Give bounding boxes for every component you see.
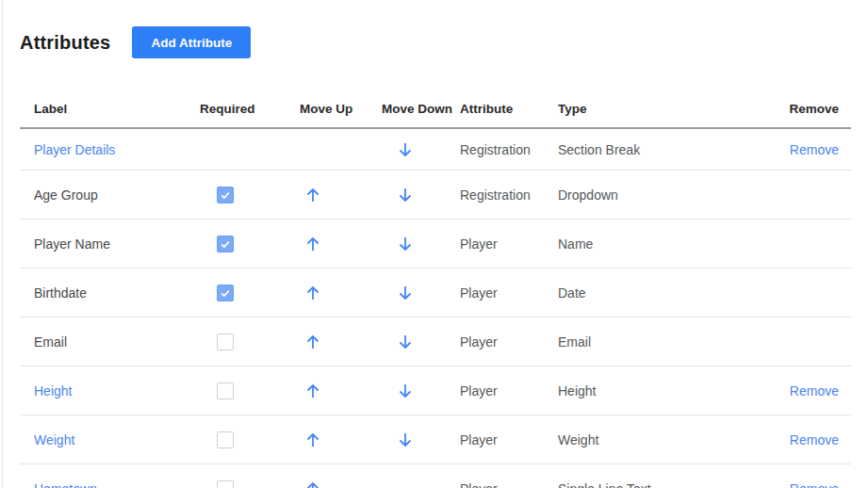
- attribute-row-age-group: Age GroupRegistrationDropdown: [20, 171, 851, 220]
- attribute-type: Dropdown: [558, 187, 738, 203]
- attribute-type: Name: [558, 236, 738, 252]
- column-header-type: Type: [558, 102, 738, 116]
- column-header-required: Required: [186, 102, 280, 116]
- attribute-label-link[interactable]: Hometown: [20, 481, 186, 488]
- attribute-row-player-details: Player DetailsRegistrationSection BreakR…: [20, 129, 851, 171]
- panel-divider: [2, 0, 3, 488]
- remove-link[interactable]: Remove: [790, 142, 839, 157]
- attribute-type: Weight: [558, 432, 738, 447]
- column-header-attribute: Attribute: [460, 102, 558, 116]
- attribute-label: Age Group: [20, 187, 186, 203]
- move-up-icon[interactable]: [303, 186, 322, 204]
- attribute-label-link[interactable]: Weight: [20, 432, 186, 447]
- attribute-category: Registration: [460, 142, 558, 157]
- move-down-icon[interactable]: [396, 333, 415, 351]
- attribute-category: Player: [460, 334, 558, 350]
- attribute-category: Player: [460, 432, 558, 447]
- remove-link[interactable]: Remove: [790, 383, 839, 399]
- required-checkbox[interactable]: [217, 236, 234, 252]
- add-attribute-button[interactable]: Add Attribute: [132, 26, 251, 58]
- remove-link[interactable]: Remove: [790, 432, 839, 447]
- required-checkbox[interactable]: [217, 285, 234, 301]
- attribute-label: Email: [20, 334, 186, 350]
- checkmark-icon: [219, 286, 232, 300]
- column-header-move-down: Move Down: [362, 102, 460, 116]
- attribute-row-player-name: Player NamePlayerName: [20, 220, 851, 268]
- attribute-type: Email: [558, 334, 738, 350]
- move-up-icon[interactable]: [303, 284, 322, 302]
- checkmark-icon: [219, 188, 232, 202]
- remove-link[interactable]: Remove: [790, 481, 839, 488]
- move-down-icon[interactable]: [396, 284, 415, 302]
- attribute-row-height: HeightPlayerHeightRemove: [20, 366, 851, 415]
- page-header: Attributes Add Attribute: [20, 0, 851, 58]
- move-down-icon[interactable]: [396, 382, 415, 400]
- required-checkbox[interactable]: [217, 333, 234, 350]
- column-header-remove: Remove: [738, 102, 851, 116]
- attribute-category: Player: [460, 236, 558, 252]
- attribute-label: Birthdate: [20, 285, 186, 301]
- attribute-row-weight: WeightPlayerWeightRemove: [20, 415, 851, 464]
- checkmark-icon: [219, 237, 232, 251]
- attribute-row-email: EmailPlayerEmail: [20, 317, 851, 366]
- attribute-category: Player: [460, 383, 558, 399]
- attribute-type: Section Break: [558, 142, 738, 157]
- required-checkbox[interactable]: [217, 480, 234, 488]
- attributes-table-body: Player DetailsRegistrationSection BreakR…: [20, 129, 851, 488]
- move-down-icon[interactable]: [396, 140, 415, 159]
- column-header-move-up: Move Up: [280, 102, 362, 116]
- attribute-row-birthdate: BirthdatePlayerDate: [20, 268, 851, 317]
- attribute-label-link[interactable]: Player Details: [20, 142, 186, 157]
- required-checkbox[interactable]: [217, 382, 234, 399]
- attributes-page: Attributes Add Attribute Label Required …: [20, 0, 851, 488]
- attribute-label: Player Name: [20, 236, 186, 252]
- column-header-label: Label: [20, 102, 186, 116]
- attribute-row-hometown: HometownPlayerSingle Line TextRemove: [20, 464, 851, 488]
- attribute-category: Player: [460, 481, 558, 488]
- required-checkbox[interactable]: [217, 431, 234, 448]
- attribute-type: Date: [558, 285, 738, 301]
- page-title: Attributes: [20, 32, 110, 54]
- attribute-category: Registration: [460, 187, 558, 203]
- attribute-category: Player: [460, 285, 558, 301]
- move-up-icon[interactable]: [303, 382, 322, 400]
- move-down-icon[interactable]: [396, 235, 415, 253]
- required-checkbox[interactable]: [217, 187, 234, 203]
- move-down-icon[interactable]: [396, 186, 415, 204]
- attribute-type: Height: [558, 383, 738, 399]
- table-header-row: Label Required Move Up Move Down Attribu…: [20, 89, 851, 129]
- move-up-icon[interactable]: [303, 480, 322, 488]
- move-up-icon[interactable]: [303, 431, 322, 449]
- move-up-icon[interactable]: [303, 333, 322, 351]
- move-down-icon[interactable]: [396, 431, 415, 449]
- attribute-label-link[interactable]: Height: [20, 383, 186, 399]
- move-up-icon[interactable]: [303, 235, 322, 253]
- attribute-type: Single Line Text: [558, 481, 738, 488]
